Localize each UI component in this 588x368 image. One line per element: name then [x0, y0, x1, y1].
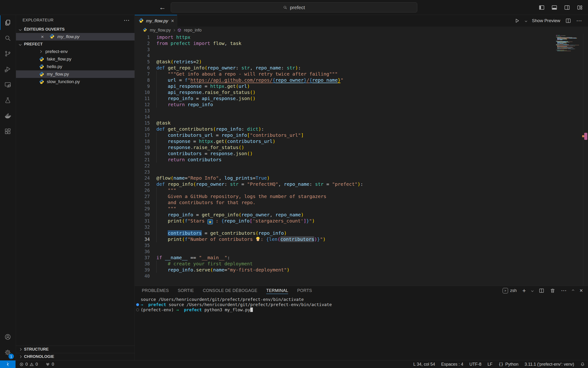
activity-source-control[interactable]: [0, 46, 16, 61]
breadcrumb-file[interactable]: my_flow.py: [150, 28, 171, 33]
code-line-4[interactable]: 4: [135, 53, 588, 59]
code-line-15[interactable]: 15@task: [135, 120, 588, 126]
code-line-38[interactable]: 38 # create your first deployment: [135, 261, 588, 267]
code-line-6[interactable]: 6def get_repo_info(repo_owner: str, repo…: [135, 65, 588, 71]
split-terminal-icon[interactable]: [539, 288, 544, 293]
panel-tab-console-de-débogage[interactable]: CONSOLE DE DÉBOGAGE: [203, 286, 257, 295]
code-line-29[interactable]: 29 """: [135, 206, 588, 212]
file-tree-item-prefect-env[interactable]: prefect-env: [16, 48, 134, 55]
terminal-output[interactable]: source /Users/henricourdent/git/prefect/…: [135, 295, 588, 360]
radio-tower-icon[interactable]: [45, 362, 50, 367]
code-line-1[interactable]: 1import httpx: [135, 34, 588, 40]
code-line-12[interactable]: 12 return repo_info: [135, 101, 588, 108]
code-line-20[interactable]: 20 contributors = response.json(): [135, 150, 588, 156]
code-line-40[interactable]: 40: [135, 273, 588, 279]
code-line-13[interactable]: 13: [135, 108, 588, 114]
code-line-39[interactable]: 39 repo_info.serve(name="my-first-deploy…: [135, 267, 588, 273]
code-line-35[interactable]: 35: [135, 242, 588, 248]
code-line-31[interactable]: 31 print(f"Stars ★ : {repo_info['stargaz…: [135, 218, 588, 224]
run-file-icon[interactable]: [514, 18, 520, 24]
close-icon[interactable]: ×: [41, 34, 44, 40]
activity-account[interactable]: [0, 329, 16, 345]
panel-tab-sortie[interactable]: SORTIE: [178, 286, 194, 295]
code-line-17[interactable]: 17 contributors_url = repo_info["contrib…: [135, 132, 588, 138]
activity-run-debug[interactable]: [0, 61, 16, 77]
code-line-28[interactable]: 28 and contributors for that repo.: [135, 199, 588, 206]
command-decoration-icon[interactable]: [136, 308, 139, 311]
back-arrow-button[interactable]: ←: [159, 4, 166, 11]
code-line-9[interactable]: 9 api_response = httpx.get(url): [135, 83, 588, 89]
notifications-bell[interactable]: [577, 362, 588, 367]
code-line-21[interactable]: 21 return contributors: [135, 156, 588, 163]
panel-tab-ports[interactable]: PORTS: [297, 286, 312, 295]
warning-count[interactable]: 0: [35, 362, 38, 367]
section-open-editors[interactable]: ÉDITEURS OUVERTS: [16, 26, 134, 33]
language-mode[interactable]: {} Python: [496, 362, 522, 367]
code-line-24[interactable]: 24@flow(name="Repo Info", log_prints=Tru…: [135, 175, 588, 181]
error-count[interactable]: 0: [26, 362, 28, 367]
python-interpreter[interactable]: 3.11.1 ('prefect-env': venv): [521, 362, 577, 367]
terminal-dropdown-icon[interactable]: [531, 289, 534, 292]
code-line-26[interactable]: 26 """: [135, 187, 588, 193]
activity-settings[interactable]: 1: [0, 345, 16, 360]
code-line-37[interactable]: 37if __name__ == "__main__":: [135, 255, 588, 261]
activity-docker[interactable]: [0, 108, 16, 124]
section-outline[interactable]: STRUCTURE: [16, 346, 134, 353]
tab-my-flow[interactable]: my_flow.py ×: [135, 15, 177, 27]
code-line-16[interactable]: 16def get_contributors(repo_info: dict):: [135, 126, 588, 132]
code-line-10[interactable]: 10 api_response.raise_for_status(): [135, 89, 588, 95]
panel-tab-problèmes[interactable]: PROBLÈMES: [142, 286, 169, 295]
code-line-36[interactable]: 36: [135, 248, 588, 255]
section-timeline[interactable]: CHRONOLOGIE: [16, 353, 134, 360]
new-terminal-icon[interactable]: +: [522, 287, 526, 294]
breadcrumb-symbol[interactable]: repo_info: [184, 28, 202, 33]
panel-tab-terminal[interactable]: TERMINAL: [266, 286, 288, 295]
editor-more-actions-icon[interactable]: ⋯: [576, 18, 582, 24]
activity-testing[interactable]: [0, 92, 16, 108]
cursor-position[interactable]: L 34, col 54: [410, 362, 438, 367]
customize-layout-icon[interactable]: [577, 4, 583, 11]
code-line-23[interactable]: 23: [135, 169, 588, 175]
code-line-5[interactable]: 5@task(retries=2): [135, 59, 588, 65]
code-line-30[interactable]: 30 repo_info = get_repo_info(repo_owner,…: [135, 212, 588, 218]
code-line-33[interactable]: 33 contributors = get_contributors(repo_…: [135, 230, 588, 236]
code-line-8[interactable]: 8 url = f"https://api.github.com/repos/{…: [135, 77, 588, 83]
split-editor-icon[interactable]: [565, 18, 571, 24]
tab-close-icon[interactable]: ×: [171, 18, 174, 24]
open-editor-my-flow[interactable]: × my_flow.py: [16, 33, 134, 40]
maximize-panel-icon[interactable]: [572, 289, 574, 292]
code-line-7[interactable]: 7 """Get info about a repo - will retry …: [135, 71, 588, 77]
activity-explorer[interactable]: [0, 15, 16, 30]
code-line-11[interactable]: 11 repo_info = api_response.json(): [135, 95, 588, 101]
code-line-2[interactable]: 2from prefect import flow, task: [135, 40, 588, 46]
code-line-19[interactable]: 19 response.raise_for_status(): [135, 144, 588, 150]
code-line-3[interactable]: 3: [135, 46, 588, 53]
command-decoration-icon[interactable]: [136, 303, 139, 306]
terminal-shell-chip[interactable]: > zsh: [503, 288, 517, 293]
kill-terminal-trash-icon[interactable]: [550, 288, 555, 293]
section-project[interactable]: PREFECT: [16, 40, 134, 48]
close-panel-icon[interactable]: ×: [579, 287, 583, 294]
file-tree-item-slow_function.py[interactable]: slow_function.py: [16, 78, 134, 85]
code-line-14[interactable]: 14: [135, 114, 588, 120]
warning-icon[interactable]: [29, 362, 34, 367]
file-tree-item-fake_flow.py[interactable]: fake_flow.py: [16, 55, 134, 63]
file-tree-item-my_flow.py[interactable]: my_flow.py: [16, 70, 134, 78]
activity-search[interactable]: [0, 30, 16, 46]
activity-remote-explorer[interactable]: [0, 77, 16, 92]
code-line-22[interactable]: 22: [135, 163, 588, 169]
eol-setting[interactable]: LF: [484, 362, 496, 367]
code-line-18[interactable]: 18 response = httpx.get(contributors_url…: [135, 138, 588, 144]
code-editor[interactable]: 1import httpx2from prefect import flow, …: [135, 34, 588, 285]
minimap[interactable]: [556, 35, 582, 52]
toggle-secondary-sidebar-icon[interactable]: [564, 4, 570, 11]
indentation-setting[interactable]: Espaces : 4: [438, 362, 466, 367]
encoding-setting[interactable]: UTF-8: [466, 362, 484, 367]
code-line-25[interactable]: 25def repo_info(repo_owner: str = "Prefe…: [135, 181, 588, 187]
toggle-sidebar-icon[interactable]: [539, 4, 545, 11]
run-dropdown-icon[interactable]: [525, 19, 527, 22]
error-icon[interactable]: [19, 362, 24, 367]
code-line-27[interactable]: 27 Given a GitHub repository, logs the n…: [135, 193, 588, 199]
remote-indicator[interactable]: [0, 360, 16, 368]
activity-extensions[interactable]: [0, 124, 16, 139]
